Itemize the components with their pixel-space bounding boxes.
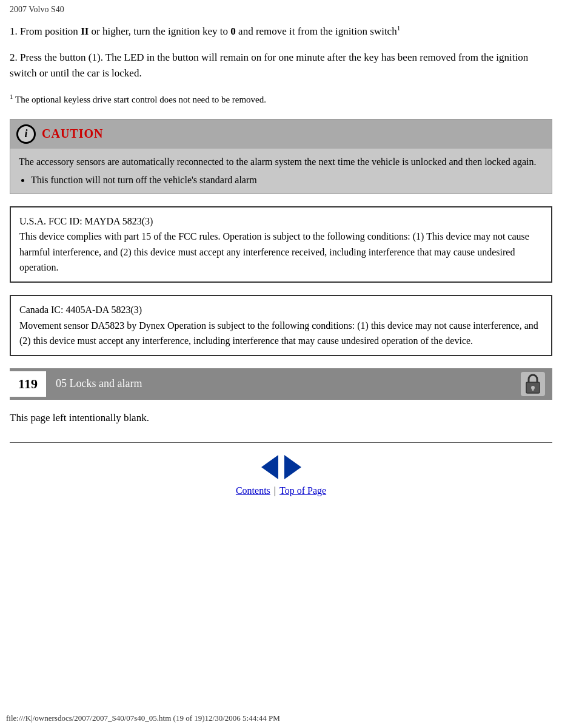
step-1: 1. From position II or higher, turn the … — [10, 23, 552, 39]
step-1-bold1: II — [81, 25, 89, 37]
caution-bullet-list: This function will not turn off the vehi… — [19, 173, 543, 187]
step-1-text-after: and remove it from the ignition switch — [236, 25, 397, 37]
caution-icon: i — [16, 124, 36, 144]
page-number: 119 — [10, 371, 46, 397]
canada-box: Canada IC: 4405A-DA 5823(3) Movement sen… — [10, 295, 552, 356]
step-1-footnote-ref: 1 — [397, 24, 401, 32]
footer-bar: 119 05 Locks and alarm — [10, 368, 552, 400]
caution-bullet-item: This function will not turn off the vehi… — [31, 173, 543, 187]
lock-icon-box — [513, 368, 552, 400]
caution-title: CAUTION — [42, 127, 103, 141]
step-1-bold2: 0 — [230, 25, 236, 37]
step-2-number: 2. — [10, 52, 20, 63]
divider — [10, 442, 552, 443]
canada-line1: Canada IC: 4405A-DA 5823(3) — [19, 302, 543, 318]
blank-page-text: This page left intentionally blank. — [10, 412, 552, 424]
fcc-line2: This device complies with part 15 of the… — [19, 229, 543, 275]
svg-rect-2 — [532, 388, 534, 391]
nav-separator: | — [274, 485, 276, 496]
canada-line2: Movement sensor DA5823 by Dynex Operatio… — [19, 318, 543, 349]
nav-links: Contents | Top of Page — [10, 485, 552, 496]
step-1-number: 1. From position — [10, 25, 81, 37]
prev-arrow[interactable] — [261, 455, 278, 479]
page-header: 2007 Volvo S40 — [0, 0, 562, 17]
chapter-label: 05 Locks and alarm — [46, 372, 513, 395]
lock-icon — [521, 372, 545, 396]
step-2: 2. Press the button (1). The LED in the … — [10, 50, 552, 81]
caution-box: i CAUTION The accessory sensors are auto… — [10, 119, 552, 194]
status-text: file:///K|/ownersdocs/2007/2007_S40/07s4… — [6, 713, 280, 723]
fcc-box: U.S.A. FCC ID: MAYDA 5823(3) This device… — [10, 206, 552, 283]
footnote: 1 The optional keyless drive start contr… — [10, 92, 552, 107]
caution-body-text: The accessory sensors are automatically … — [19, 157, 536, 167]
step-1-text-middle: or higher, turn the ignition key to — [89, 25, 230, 37]
step-2-text: Press the button (1). The LED in the but… — [10, 52, 528, 79]
caution-body: The accessory sensors are automatically … — [10, 149, 552, 194]
nav-arrows — [10, 455, 552, 479]
footnote-text: The optional keyless drive start control… — [13, 95, 267, 104]
next-arrow[interactable] — [284, 455, 301, 479]
fcc-line1: U.S.A. FCC ID: MAYDA 5823(3) — [19, 214, 543, 229]
contents-link[interactable]: Contents — [236, 485, 270, 496]
status-bar: file:///K|/ownersdocs/2007/2007_S40/07s4… — [6, 713, 280, 723]
top-of-page-link[interactable]: Top of Page — [279, 485, 326, 496]
caution-header: i CAUTION — [10, 120, 552, 149]
header-title: 2007 Volvo S40 — [10, 5, 64, 14]
